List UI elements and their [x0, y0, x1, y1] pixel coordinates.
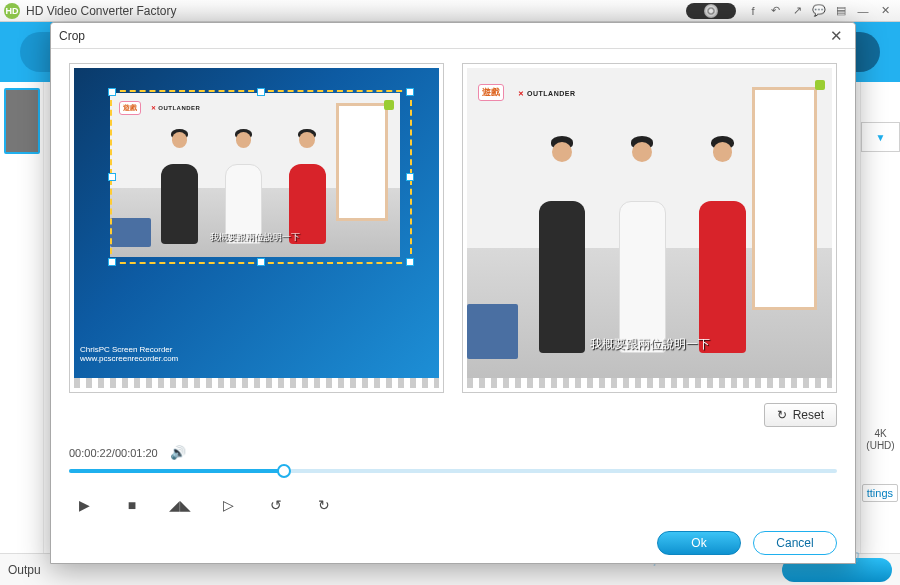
source-pane: 遊戲 OUTLANDER 我概要跟兩位說明一下 — [69, 63, 444, 393]
rotate-ccw-button[interactable]: ↺ — [265, 494, 287, 516]
brand-badge: 遊戲 — [478, 84, 504, 101]
redo-icon[interactable]: ↗ — [786, 2, 808, 20]
flip-vertical-button[interactable]: ▷ — [217, 494, 239, 516]
crop-dialog-titlebar: Crop ✕ — [51, 23, 855, 49]
output-label: Outpu — [8, 563, 41, 577]
channel-bug-icon — [384, 100, 394, 110]
app-logo-icon: HD — [4, 3, 20, 19]
right-panel: ▼ 4K (UHD) ttings — [860, 82, 900, 562]
thumbnail-item[interactable] — [4, 88, 40, 154]
recorder-watermark: ChrisPC Screen Recorder www.pcscreenreco… — [80, 346, 178, 364]
film-strip-icon — [74, 378, 439, 388]
format-dropdown[interactable]: ▼ — [861, 122, 900, 152]
crop-close-button[interactable]: ✕ — [826, 27, 847, 45]
close-button[interactable]: ✕ — [874, 2, 896, 20]
film-strip-icon — [467, 378, 832, 388]
result-video: 遊戲 OUTLANDER 我概要跟兩位說明一下 — [467, 68, 832, 378]
main-titlebar: HD HD Video Converter Factory f ↶ ↗ 💬 ▤ … — [0, 0, 900, 22]
app-title: HD Video Converter Factory — [26, 4, 686, 18]
timeline: 00:00:22/00:01:20 🔊 — [69, 445, 837, 478]
undo-icon[interactable]: ↶ — [764, 2, 786, 20]
reset-icon: ↻ — [777, 408, 787, 422]
settings-button[interactable]: ttings — [862, 484, 898, 502]
play-controls: ▶ ■ ◢◣ ▷ ↺ ↻ — [69, 494, 837, 516]
thumbnail-strip — [0, 82, 44, 562]
flip-horizontal-button[interactable]: ◢◣ — [169, 494, 191, 516]
preview-row: 遊戲 OUTLANDER 我概要跟兩位說明一下 — [69, 63, 837, 393]
stop-button[interactable]: ■ — [121, 494, 143, 516]
format-label: 4K (UHD) — [861, 428, 900, 452]
channel-bug-icon — [815, 80, 825, 90]
sponsor-text: OUTLANDER — [518, 90, 575, 98]
comment-icon[interactable]: 💬 — [808, 2, 830, 20]
reset-button[interactable]: ↻ Reset — [764, 403, 837, 427]
ok-button[interactable]: Ok — [657, 531, 741, 555]
subtitle-text: 我概要跟兩位說明一下 — [467, 336, 832, 353]
facebook-icon[interactable]: f — [742, 2, 764, 20]
rotate-cw-button[interactable]: ↻ — [313, 494, 335, 516]
main-window: HD HD Video Converter Factory f ↶ ↗ 💬 ▤ … — [0, 0, 900, 585]
crop-dialog-title: Crop — [59, 29, 826, 43]
sponsor-text: OUTLANDER — [151, 104, 201, 111]
crop-dialog-footer: Ok Cancel — [51, 523, 855, 563]
result-pane: 遊戲 OUTLANDER 我概要跟兩位說明一下 — [462, 63, 837, 393]
minimize-button[interactable]: — — [852, 2, 874, 20]
timecode: 00:00:22/00:01:20 — [69, 447, 158, 459]
subtitle-text: 我概要跟兩位說明一下 — [110, 231, 400, 244]
note-icon[interactable]: ▤ — [830, 2, 852, 20]
play-button[interactable]: ▶ — [73, 494, 95, 516]
crop-dialog-body: 遊戲 OUTLANDER 我概要跟兩位說明一下 — [51, 49, 855, 523]
disc-icon[interactable] — [686, 3, 736, 19]
crop-dialog: Crop ✕ 遊戲 OUTLANDER — [50, 22, 856, 564]
cancel-button[interactable]: Cancel — [753, 531, 837, 555]
speaker-icon[interactable]: 🔊 — [170, 445, 186, 460]
progress-handle[interactable] — [277, 464, 291, 478]
progress-bar[interactable] — [69, 464, 837, 478]
source-video[interactable]: 遊戲 OUTLANDER 我概要跟兩位說明一下 — [74, 68, 439, 378]
brand-badge: 遊戲 — [119, 101, 141, 115]
